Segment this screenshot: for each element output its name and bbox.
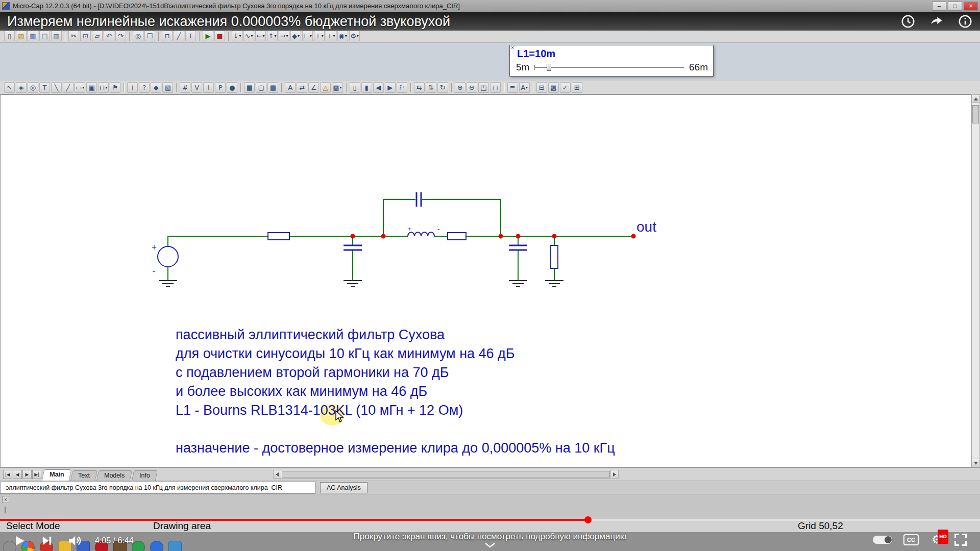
taskbar-start-icon[interactable] bbox=[3, 541, 16, 551]
zoom-in-icon[interactable]: ⊕ bbox=[455, 82, 465, 93]
zoom-fit-icon[interactable]: ◻ bbox=[490, 82, 501, 93]
horizontal-scroll-thumb[interactable] bbox=[282, 471, 610, 478]
tab-models[interactable]: Models bbox=[96, 470, 133, 481]
add-text-icon[interactable]: T bbox=[185, 31, 196, 41]
panel-strip-close-icon[interactable]: × bbox=[2, 496, 9, 503]
dropdown-arrow-icon[interactable]: ▾ bbox=[286, 34, 288, 38]
branch-currents-icon[interactable]: I bbox=[203, 82, 214, 93]
crosshair-cursor-icon[interactable]: +▾ bbox=[326, 31, 336, 41]
resistor-r1[interactable] bbox=[268, 233, 289, 240]
tab-main[interactable]: Main bbox=[42, 469, 72, 481]
new-circuit-icon[interactable]: ▯ bbox=[4, 31, 15, 41]
design-rule-check-icon[interactable]: ✓ bbox=[560, 82, 571, 93]
analysis-properties-icon[interactable]: ⚙▾ bbox=[349, 31, 360, 41]
schematic-text-line[interactable]: для очистки синусоиды 10 кГц как минимум… bbox=[176, 344, 615, 363]
next-page-button[interactable]: ▶ bbox=[22, 470, 32, 479]
last-page-button[interactable]: ▶| bbox=[32, 470, 41, 479]
stop-analysis-icon[interactable]: ■ bbox=[214, 31, 225, 41]
schematic-text-line[interactable] bbox=[176, 420, 615, 439]
delete-page-icon[interactable]: ▮ bbox=[361, 82, 372, 93]
taskbar-folder-icon[interactable] bbox=[58, 541, 71, 551]
select-all-icon[interactable]: ☐ bbox=[144, 31, 155, 41]
open-circuit-icon[interactable]: ▨ bbox=[16, 31, 27, 41]
zoom-mode-icon[interactable]: ◎ bbox=[28, 82, 38, 93]
parameter-slider[interactable] bbox=[534, 64, 684, 71]
schematic-text-line[interactable]: назначение - достоверное измерение клира… bbox=[176, 439, 615, 458]
video-progress-bar[interactable] bbox=[0, 519, 980, 521]
slider-thumb[interactable] bbox=[547, 64, 551, 71]
dropdown-arrow-icon[interactable]: ▾ bbox=[105, 85, 107, 90]
rotate-icon[interactable]: ↻ bbox=[437, 82, 448, 93]
next-page-icon[interactable]: ▶ bbox=[385, 82, 396, 93]
scroll-left-button[interactable] bbox=[274, 470, 281, 478]
ground-symbols[interactable] bbox=[159, 281, 564, 287]
close-button[interactable]: × bbox=[964, 2, 978, 11]
save-circuit-icon[interactable]: ▦ bbox=[28, 31, 38, 41]
undo-icon[interactable]: ↶ bbox=[104, 31, 114, 41]
snap-to-grid-icon[interactable]: ▩▾ bbox=[332, 82, 342, 93]
dropdown-arrow-icon[interactable]: ▾ bbox=[251, 34, 253, 38]
dropdown-arrow-icon[interactable]: ▾ bbox=[357, 34, 359, 38]
attribute-text-icon[interactable]: A bbox=[285, 82, 296, 93]
dropdown-arrow-icon[interactable]: ▾ bbox=[262, 34, 264, 38]
cursor-left-icon[interactable]: ←▾ bbox=[255, 31, 266, 41]
print-preview-icon[interactable]: ▤ bbox=[39, 31, 50, 41]
flag-mode-icon[interactable]: ⚑ bbox=[110, 82, 120, 93]
paste-icon[interactable]: ▱ bbox=[92, 31, 103, 41]
node-numbers-icon[interactable]: # bbox=[180, 82, 190, 93]
schematic-text-line[interactable]: и более высоких как минимум на 46 дБ bbox=[176, 382, 615, 401]
taskbar-chrome-icon[interactable] bbox=[21, 541, 35, 551]
layer-display-icon[interactable]: ▩ bbox=[548, 82, 559, 93]
pan-mode-icon[interactable]: ◈ bbox=[16, 82, 27, 93]
run-analysis-icon[interactable]: ▶ bbox=[203, 31, 213, 41]
prev-page-icon[interactable]: ◀ bbox=[373, 82, 384, 93]
flip-vertical-icon[interactable]: ⇅ bbox=[426, 82, 436, 93]
dropdown-arrow-icon[interactable]: ▾ bbox=[274, 34, 276, 38]
drawing-area[interactable]: + - + - bbox=[0, 94, 971, 467]
zoom-out-icon[interactable]: ⊖ bbox=[467, 82, 477, 93]
dropdown-arrow-icon[interactable]: ▾ bbox=[526, 85, 528, 90]
minimize-button[interactable]: – bbox=[932, 2, 946, 11]
first-page-button[interactable]: |◀ bbox=[3, 470, 12, 479]
ac-analysis-tab[interactable]: AC Analysis bbox=[320, 482, 368, 493]
watch-later-icon[interactable] bbox=[900, 14, 916, 29]
capacitor-c1[interactable] bbox=[344, 245, 362, 250]
tag-horizontal-icon[interactable]: ⊢▾ bbox=[302, 31, 313, 41]
taskbar-utorrent-icon[interactable] bbox=[132, 541, 145, 551]
waveform-probe-icon[interactable]: ∿▾ bbox=[243, 31, 254, 41]
info-mode-icon[interactable]: i bbox=[127, 82, 138, 93]
rubber-banding-icon[interactable]: ⇄ bbox=[297, 82, 307, 93]
title-block-icon[interactable]: ▤ bbox=[267, 82, 278, 93]
taskbar-media-player-icon[interactable] bbox=[150, 541, 163, 551]
resistor-r2[interactable] bbox=[448, 233, 466, 240]
dropdown-arrow-icon[interactable]: ▾ bbox=[239, 34, 241, 38]
taskbar-opera-icon[interactable] bbox=[95, 541, 108, 551]
step-param-down-icon[interactable]: ↓▾ bbox=[232, 31, 242, 41]
taskbar-yandex-browser-icon[interactable] bbox=[40, 541, 53, 551]
power-display-icon[interactable]: P bbox=[215, 82, 226, 93]
find-icon[interactable]: ◎ bbox=[133, 31, 143, 41]
wire-mode-icon[interactable]: ╲ bbox=[51, 82, 62, 93]
scroll-up-button[interactable] bbox=[972, 95, 979, 103]
prev-page-button[interactable]: ◀ bbox=[13, 470, 22, 479]
ruler-icon[interactable]: ⊟ bbox=[536, 82, 547, 93]
schematic-text-line[interactable]: L1 - Bourns RLB1314-103KL (10 мГн + 12 О… bbox=[176, 401, 615, 420]
info-icon[interactable] bbox=[958, 14, 973, 29]
capacitor-c3[interactable] bbox=[509, 245, 527, 250]
add-wire-icon[interactable]: ╱ bbox=[174, 31, 184, 41]
taskbar-paint-icon[interactable] bbox=[168, 541, 182, 551]
circuit-file-tab[interactable]: эллиптический фильтр Сухова 3го порядка … bbox=[0, 482, 315, 494]
dropdown-arrow-icon[interactable]: ▾ bbox=[82, 85, 84, 90]
dropdown-arrow-icon[interactable]: ▾ bbox=[345, 34, 347, 38]
resistor-r3[interactable] bbox=[551, 245, 558, 268]
wire-net[interactable] bbox=[168, 199, 633, 281]
text-mode-icon[interactable]: T bbox=[39, 82, 50, 93]
slope-calculator-icon[interactable]: ∠ bbox=[308, 82, 319, 93]
panel-close-icon[interactable]: × bbox=[511, 45, 514, 51]
schematic-text-line[interactable]: пассивный эллиптический фильтр Сухова bbox=[176, 325, 615, 344]
graphics-mode-icon[interactable]: ▭▾ bbox=[75, 82, 85, 93]
dropdown-arrow-icon[interactable]: ▾ bbox=[298, 34, 300, 38]
zoom-area-icon[interactable]: ◰ bbox=[478, 82, 489, 93]
point-tag-mode-icon[interactable]: ◆ bbox=[151, 82, 161, 93]
sheet-setup-icon[interactable]: ⊞ bbox=[572, 82, 582, 93]
